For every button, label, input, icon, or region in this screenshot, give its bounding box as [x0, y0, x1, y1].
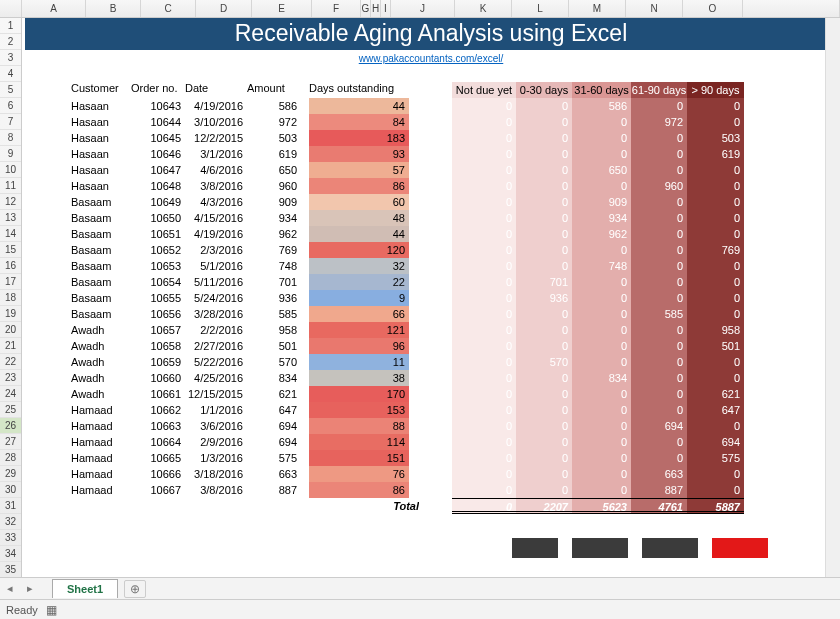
col-header-N[interactable]: N — [626, 0, 683, 17]
aging-header-b1: 0-30 days — [516, 82, 572, 98]
table-row[interactable]: Basaam106555/24/201693690936000 — [25, 290, 837, 306]
row-header-4[interactable]: 4 — [0, 66, 21, 82]
row-header-16[interactable]: 16 — [0, 258, 21, 274]
col-header-C[interactable]: C — [141, 0, 196, 17]
row-header-14[interactable]: 14 — [0, 226, 21, 242]
row-header-21[interactable]: 21 — [0, 338, 21, 354]
row-header-18[interactable]: 18 — [0, 290, 21, 306]
worksheet-canvas[interactable]: Receivable Aging Analysis using Excel ww… — [22, 18, 840, 577]
row-header-22[interactable]: 22 — [0, 354, 21, 370]
table-row[interactable]: Hasaan106463/1/2016619930000619 — [25, 146, 837, 162]
legend-swatch — [512, 538, 558, 558]
col-header-I[interactable]: I — [381, 0, 391, 17]
column-headers[interactable]: ABCDEFGHIJKLMNO — [0, 0, 840, 18]
row-header-11[interactable]: 11 — [0, 178, 21, 194]
table-row[interactable]: Hasaan1064512/2/20155031830000503 — [25, 130, 837, 146]
row-header-25[interactable]: 25 — [0, 402, 21, 418]
col-header-H[interactable]: H — [371, 0, 381, 17]
sheet-tab-bar[interactable]: ◂ ▸ Sheet1 ⊕ — [0, 577, 840, 599]
row-header-3[interactable]: 3 — [0, 50, 21, 66]
table-row[interactable]: Basaam106545/11/2016701220701000 — [25, 274, 837, 290]
table-row[interactable]: Basaam106494/3/2016909600090900 — [25, 194, 837, 210]
table-row[interactable]: Hasaan106474/6/2016650570065000 — [25, 162, 837, 178]
sheet-tab-active[interactable]: Sheet1 — [52, 579, 118, 598]
table-row[interactable]: Awadh106595/22/2016570110570000 — [25, 354, 837, 370]
aging-header-not_due: Not due yet — [452, 82, 516, 98]
row-header-34[interactable]: 34 — [0, 546, 21, 562]
table-row[interactable]: Awadh106572/2/20169581210000958 — [25, 322, 837, 338]
col-header-F[interactable]: F — [312, 0, 361, 17]
row-header-26[interactable]: 26 — [0, 418, 21, 434]
table-row[interactable]: Hamaad106633/6/2016694880006940 — [25, 418, 837, 434]
table-row[interactable]: Hamaad106642/9/20166941140000694 — [25, 434, 837, 450]
link-row: www.pakaccountants.com/excel/ — [25, 50, 837, 66]
table-row[interactable]: Awadh1066112/15/20156211700000621 — [25, 386, 837, 402]
select-all-corner[interactable] — [0, 0, 22, 17]
table-row[interactable]: Hamaad106663/18/2016663760006630 — [25, 466, 837, 482]
row-header-15[interactable]: 15 — [0, 242, 21, 258]
row-header-29[interactable]: 29 — [0, 466, 21, 482]
row-header-30[interactable]: 30 — [0, 482, 21, 498]
col-header-G[interactable]: G — [361, 0, 371, 17]
table-row[interactable]: Hasaan106443/10/2016972840009720 — [25, 114, 837, 130]
row-header-12[interactable]: 12 — [0, 194, 21, 210]
col-header-D[interactable]: D — [196, 0, 252, 17]
row-header-35[interactable]: 35 — [0, 562, 21, 578]
hdr-date: Date — [185, 82, 208, 94]
legend-swatch — [572, 538, 628, 558]
add-sheet-button[interactable]: ⊕ — [124, 580, 146, 598]
table-row[interactable]: Hamaad106621/1/20166471530000647 — [25, 402, 837, 418]
row-header-28[interactable]: 28 — [0, 450, 21, 466]
row-header-5[interactable]: 5 — [0, 82, 21, 98]
table-row[interactable]: Hasaan106483/8/2016960860009600 — [25, 178, 837, 194]
total-row: Total02207562347615887 — [25, 498, 837, 514]
row-header-33[interactable]: 33 — [0, 530, 21, 546]
col-header-J[interactable]: J — [391, 0, 455, 17]
aging-header-b4: > 90 days — [687, 82, 744, 98]
table-row[interactable]: Basaam106514/19/2016962440096200 — [25, 226, 837, 242]
col-header-A[interactable]: A — [22, 0, 86, 17]
row-header-32[interactable]: 32 — [0, 514, 21, 530]
aging-header-b3: 61-90 days — [631, 82, 687, 98]
table-row[interactable]: Hamaad106673/8/2016887860008870 — [25, 482, 837, 498]
table-row[interactable]: Hamaad106651/3/20165751510000575 — [25, 450, 837, 466]
row-header-10[interactable]: 10 — [0, 162, 21, 178]
row-header-23[interactable]: 23 — [0, 370, 21, 386]
row-header-17[interactable]: 17 — [0, 274, 21, 290]
col-header-O[interactable]: O — [683, 0, 743, 17]
col-header-M[interactable]: M — [569, 0, 626, 17]
col-header-B[interactable]: B — [86, 0, 141, 17]
macro-record-icon[interactable]: ▦ — [46, 603, 57, 617]
col-header-K[interactable]: K — [455, 0, 512, 17]
table-row[interactable]: Awadh106582/27/2016501960000501 — [25, 338, 837, 354]
status-bar: Ready ▦ — [0, 599, 840, 619]
status-text: Ready — [6, 604, 38, 616]
table-row[interactable]: Basaam106563/28/2016585660005850 — [25, 306, 837, 322]
row-header-8[interactable]: 8 — [0, 130, 21, 146]
tab-nav-next[interactable]: ▸ — [20, 582, 40, 595]
table-row[interactable]: Basaam106535/1/2016748320074800 — [25, 258, 837, 274]
row-header-1[interactable]: 1 — [0, 18, 21, 34]
row-header-13[interactable]: 13 — [0, 210, 21, 226]
row-headers[interactable]: 1234567891011121314151617181920212223242… — [0, 18, 22, 577]
row-header-7[interactable]: 7 — [0, 114, 21, 130]
col-header-L[interactable]: L — [512, 0, 569, 17]
row-header-9[interactable]: 9 — [0, 146, 21, 162]
hdr-daysout: Days outstanding — [309, 82, 394, 94]
tab-nav-prev[interactable]: ◂ — [0, 582, 20, 595]
row-header-24[interactable]: 24 — [0, 386, 21, 402]
col-header-E[interactable]: E — [252, 0, 312, 17]
row-header-31[interactable]: 31 — [0, 498, 21, 514]
row-header-2[interactable]: 2 — [0, 34, 21, 50]
table-row[interactable]: Basaam106522/3/20167691200000769 — [25, 242, 837, 258]
row-header-20[interactable]: 20 — [0, 322, 21, 338]
row-header-19[interactable]: 19 — [0, 306, 21, 322]
table-row[interactable]: Basaam106504/15/2016934480093400 — [25, 210, 837, 226]
vertical-scrollbar[interactable] — [825, 18, 840, 577]
row-header-27[interactable]: 27 — [0, 434, 21, 450]
legend-swatch — [642, 538, 698, 558]
table-row[interactable]: Hasaan106434/19/2016586440058600 — [25, 98, 837, 114]
source-link[interactable]: www.pakaccountants.com/excel/ — [359, 53, 504, 64]
table-row[interactable]: Awadh106604/25/2016834380083400 — [25, 370, 837, 386]
row-header-6[interactable]: 6 — [0, 98, 21, 114]
